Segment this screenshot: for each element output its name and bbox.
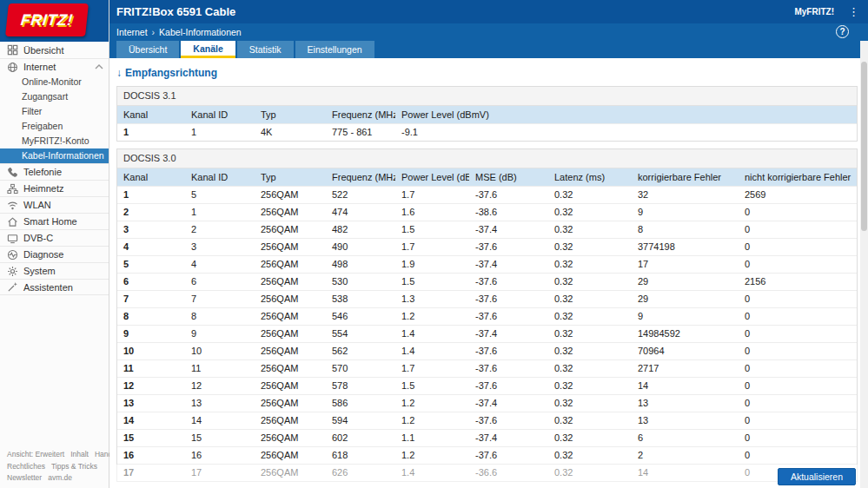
table-cell: 70964 (632, 342, 739, 359)
fritz-logo[interactable]: FRITZ! (5, 3, 89, 36)
table-cell: 3774198 (632, 238, 739, 255)
tab-übersicht[interactable]: Übersicht (116, 41, 179, 58)
home-network-icon (7, 183, 18, 195)
table-row: 99256QAM5541.4-37.40.32149845920 (117, 325, 857, 342)
table-cell: 0.32 (548, 307, 632, 325)
footer-link-tipps-tricks[interactable]: Tipps & Tricks (51, 462, 97, 471)
column-header: Frequenz (MHz) (326, 106, 395, 123)
chevron-up-icon (95, 64, 103, 69)
column-header: Kanal (117, 168, 185, 186)
table-cell: 1.4 (395, 325, 469, 342)
table-cell: 256QAM (255, 412, 326, 429)
sidebar-item-übersicht[interactable]: Übersicht (0, 42, 109, 58)
overview-grid-icon (7, 44, 18, 56)
myfritz-link[interactable]: MyFRITZ! (794, 7, 834, 16)
table-cell: 1.2 (395, 307, 469, 325)
table-cell: 13 (632, 394, 739, 412)
footer-link-inhalt[interactable]: Inhalt (70, 450, 89, 458)
table-cell: 1 (117, 186, 185, 203)
table-row: 114K775 - 861-9.1 (117, 123, 857, 141)
sidebar-subitem-freigaben[interactable]: Freigaben (0, 119, 109, 134)
table-cell: 13 (117, 394, 185, 412)
table-cell: -37.6 (469, 273, 548, 290)
table-cell: 256QAM (255, 203, 326, 221)
sidebar-subitem-zugangsart[interactable]: Zugangsart (0, 89, 109, 104)
arrow-down-icon: ↓ (116, 67, 122, 79)
table-cell: 0.32 (548, 290, 632, 307)
table-cell: 256QAM (255, 255, 326, 273)
sidebar-subitem-filter[interactable]: Filter (0, 104, 109, 119)
table-cell: 6 (632, 429, 739, 446)
tab-einstellungen[interactable]: Einstellungen (295, 41, 374, 58)
tv-icon (7, 233, 18, 244)
breadcrumb-section[interactable]: Internet (116, 27, 148, 37)
sidebar-subitem-online-monitor[interactable]: Online-Monitor (0, 75, 109, 89)
footer-link-rechtliches[interactable]: Rechtliches (7, 462, 45, 471)
sidebar-subitem-kabel-informationen[interactable]: Kabel-Informationen (0, 148, 109, 163)
direction-heading: Empfangsrichtung (125, 67, 217, 79)
table-cell: 11 (185, 359, 255, 377)
table-cell: 256QAM (255, 342, 326, 359)
table-cell: 256QAM (255, 273, 326, 290)
table-cell: 5 (117, 255, 185, 273)
direction-toggle[interactable]: ↓Empfangsrichtung (116, 67, 858, 79)
table-cell: 2 (117, 203, 185, 221)
column-header: korrigierbare Fehler (632, 168, 739, 186)
table-cell: -37.6 (469, 307, 548, 325)
table-cell: 562 (326, 342, 395, 359)
footer-link-newsletter[interactable]: Newsletter (7, 473, 42, 482)
table-cell: 17 (632, 255, 739, 273)
content-scrollbar[interactable] (860, 41, 868, 488)
sidebar-footer: Ansicht: ErweitertInhaltHandbuchRechtlic… (7, 449, 105, 484)
table-cell: 0 (739, 342, 857, 359)
sidebar-item-internet[interactable]: Internet (0, 58, 109, 75)
kebab-menu-icon[interactable]: ⋮ (848, 6, 859, 17)
table-cell: 1.5 (395, 273, 469, 290)
tab-statistik[interactable]: Statistik (237, 41, 294, 58)
table-cell: 1.5 (395, 377, 469, 394)
sidebar-item-heimnetz[interactable]: Heimnetz (0, 180, 109, 196)
docsis31-title: DOCSIS 3.1 (117, 87, 857, 106)
table-cell: 16 (185, 446, 255, 464)
footer-link-avm-de[interactable]: avm.de (48, 473, 72, 482)
table-cell: 578 (326, 377, 395, 394)
table-row: 1313256QAM5861.2-37.40.32130 (117, 394, 857, 412)
sidebar-item-assistenten[interactable]: Assistenten (0, 279, 109, 295)
sidebar-item-dvb-c[interactable]: DVB-C (0, 229, 109, 246)
table-cell: -37.6 (469, 359, 548, 377)
table-cell: 256QAM (255, 377, 326, 394)
table-row: 54256QAM4981.9-37.40.32170 (117, 255, 857, 273)
help-icon[interactable]: ? (836, 25, 849, 38)
table-row: 1414256QAM5941.2-37.60.32130 (117, 412, 857, 429)
content-area: ↓Empfangsrichtung DOCSIS 3.1 KanalKanal … (109, 58, 868, 488)
table-cell: 0 (739, 412, 857, 429)
table-cell: 10 (185, 342, 255, 359)
tab-kanäle[interactable]: Kanäle (181, 41, 235, 58)
sidebar-item-system[interactable]: System (0, 262, 109, 279)
table-cell: 0.32 (548, 238, 632, 255)
wifi-icon (7, 200, 18, 211)
sidebar-item-telefonie[interactable]: Telefonie (0, 163, 109, 180)
sidebar-item-label: Heimnetz (23, 183, 63, 194)
table-cell: 0 (739, 359, 857, 377)
scrollbar-thumb[interactable] (861, 62, 867, 231)
table-cell: 2 (632, 446, 739, 464)
sidebar-item-wlan[interactable]: WLAN (0, 196, 109, 213)
table-cell: 0.32 (548, 342, 632, 359)
table-cell: 570 (326, 359, 395, 377)
diagnose-icon (7, 249, 18, 260)
refresh-button[interactable]: Aktualisieren (778, 468, 856, 485)
sidebar-item-diagnose[interactable]: Diagnose (0, 246, 109, 262)
table-cell: 1.4 (395, 342, 469, 359)
table-cell: 4K (255, 123, 326, 141)
table-cell: 1.2 (395, 412, 469, 429)
table-cell: 0 (739, 446, 857, 464)
breadcrumb: Internet › Kabel-Informationen ? (109, 23, 868, 41)
docsis30-section: DOCSIS 3.0 KanalKanal IDTypFrequenz (MHz… (116, 148, 858, 482)
footer-link-ansicht-erweitert[interactable]: Ansicht: Erweitert (7, 450, 64, 458)
sidebar-item-label: Übersicht (23, 45, 63, 56)
sidebar-item-label: WLAN (23, 200, 51, 210)
table-cell: -37.4 (469, 221, 548, 238)
sidebar-item-smart-home[interactable]: Smart Home (0, 213, 109, 229)
sidebar-subitem-myfritz-konto[interactable]: MyFRITZ!-Konto (0, 134, 109, 148)
